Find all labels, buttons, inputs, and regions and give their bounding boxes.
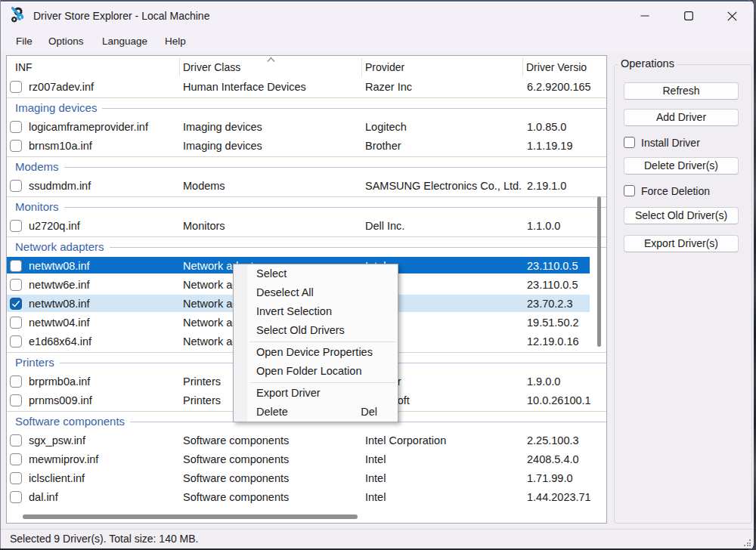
menu-shortcut: Del bbox=[361, 403, 377, 422]
cell-version: 12.19.0.16 bbox=[527, 332, 590, 351]
row-checkbox[interactable] bbox=[10, 491, 22, 503]
force-deletion-checkbox[interactable] bbox=[624, 185, 635, 196]
refresh-button[interactable]: Refresh bbox=[624, 82, 739, 100]
cell-inf: rz007adev.inf bbox=[29, 78, 180, 97]
cell-version: 19.51.50.2 bbox=[527, 314, 590, 332]
group-label: Network adapters bbox=[15, 237, 104, 257]
cell-inf: e1d68x64.inf bbox=[29, 332, 180, 351]
cell-inf: netwtw08.inf bbox=[29, 295, 180, 314]
row-checkbox[interactable] bbox=[10, 220, 22, 232]
cell-inf: brprmb0a.inf bbox=[29, 372, 180, 391]
column-separator bbox=[361, 58, 362, 76]
context-menu-item-select[interactable]: Select bbox=[234, 264, 398, 283]
row-checkbox[interactable] bbox=[10, 260, 22, 272]
install-driver-checkbox-label: Install Driver bbox=[641, 137, 700, 148]
column-header-driver-version[interactable]: Driver Version bbox=[526, 56, 587, 79]
force-deletion-checkbox-label: Force Deletion bbox=[641, 185, 710, 196]
cell-class: Imaging devices bbox=[183, 137, 364, 156]
resize-grip[interactable] bbox=[742, 538, 751, 546]
driver-row[interactable]: sgx_psw.infSoftware componentsIntel Corp… bbox=[7, 431, 590, 450]
app-window: Driver Store Explorer - Local Machine Fi… bbox=[0, 0, 754, 550]
install-driver-checkbox[interactable] bbox=[624, 137, 635, 148]
row-checkbox[interactable] bbox=[10, 453, 22, 465]
driver-row[interactable]: logicamframeprovider.infImaging devicesL… bbox=[7, 118, 590, 137]
context-menu-item-export-driver[interactable]: Export Driver bbox=[234, 384, 398, 403]
column-header-provider[interactable]: Provider bbox=[365, 56, 404, 79]
context-menu-item-delete[interactable]: DeleteDel bbox=[234, 403, 398, 422]
cell-version: 1.1.19.19 bbox=[527, 137, 590, 156]
row-checkbox-checked[interactable] bbox=[10, 298, 22, 310]
cell-class: Software components bbox=[183, 450, 364, 469]
window-left-border bbox=[0, 0, 1, 550]
cell-inf: netwtw6e.inf bbox=[29, 276, 180, 295]
column-header-driver-class[interactable]: Driver Class bbox=[183, 56, 240, 79]
add-driver-button[interactable]: Add Driver bbox=[624, 109, 739, 126]
cell-version: 23.110.0.5 bbox=[527, 257, 590, 276]
grip-dot bbox=[747, 542, 748, 544]
menu-file[interactable]: File bbox=[16, 30, 33, 53]
row-checkbox[interactable] bbox=[10, 472, 22, 484]
context-menu-item-open-device-properties[interactable]: Open Device Properties bbox=[234, 343, 398, 362]
context-menu-item-select-old-drivers[interactable]: Select Old Drivers bbox=[234, 321, 398, 340]
titlebar: Driver Store Explorer - Local Machine bbox=[0, 2, 754, 30]
cell-inf: netwtw08.inf bbox=[29, 257, 180, 276]
close-button[interactable] bbox=[714, 2, 749, 31]
row-checkbox[interactable] bbox=[10, 394, 22, 406]
group-header-line bbox=[102, 108, 606, 109]
row-checkbox[interactable] bbox=[10, 121, 22, 133]
group-header: Modems bbox=[7, 156, 606, 177]
group-header-line bbox=[110, 247, 606, 248]
context-menu-item-invert-selection[interactable]: Invert Selection bbox=[234, 302, 398, 321]
menu-language[interactable]: Language bbox=[102, 30, 147, 53]
operations-groupbox-label: Operations bbox=[618, 57, 677, 70]
cell-inf: prnms009.inf bbox=[29, 391, 180, 410]
cell-provider: Intel Corporation bbox=[365, 431, 526, 450]
driver-row[interactable]: mewmiprov.infSoftware componentsIntel240… bbox=[7, 450, 590, 469]
export-driver-s-button[interactable]: Export Driver(s) bbox=[624, 235, 739, 252]
minimize-icon bbox=[640, 11, 649, 20]
column-separator bbox=[522, 58, 523, 76]
driver-row[interactable]: ssudmdm.infModemsSAMSUNG Electronics Co.… bbox=[7, 177, 590, 196]
cell-provider: Intel bbox=[365, 488, 526, 507]
cell-class: Monitors bbox=[183, 217, 364, 236]
maximize-icon bbox=[684, 11, 693, 20]
context-menu-item-deselect-all[interactable]: Deselect All bbox=[234, 283, 398, 302]
cell-provider: Logitech bbox=[365, 118, 526, 137]
driver-row[interactable]: brnsm10a.infImaging devicesBrother1.1.19… bbox=[7, 137, 590, 156]
maximize-button[interactable] bbox=[671, 2, 706, 31]
delete-driver-s-button[interactable]: Delete Driver(s) bbox=[624, 157, 739, 175]
driver-row[interactable]: dal.infSoftware componentsIntel1.44.2023… bbox=[7, 488, 590, 507]
row-checkbox[interactable] bbox=[10, 81, 22, 93]
driver-row[interactable]: rz007adev.infHuman Interface DevicesRaze… bbox=[7, 78, 590, 97]
menu-help[interactable]: Help bbox=[165, 30, 186, 53]
group-header: Imaging devices bbox=[7, 97, 606, 118]
grip-dot bbox=[744, 545, 745, 546]
cell-version: 1.44.2023.71 bbox=[527, 488, 590, 507]
driver-row[interactable]: u2720q.infMonitorsDell Inc.1.1.0.0 bbox=[7, 217, 590, 236]
menu-options[interactable]: Options bbox=[48, 30, 84, 53]
close-icon bbox=[727, 11, 737, 21]
horizontal-scrollbar-thumb[interactable] bbox=[23, 514, 358, 519]
column-header-inf[interactable]: INF bbox=[15, 56, 33, 79]
minimize-button[interactable] bbox=[627, 2, 662, 31]
cell-version: 2.19.1.0 bbox=[527, 177, 590, 196]
row-checkbox[interactable] bbox=[10, 434, 22, 446]
cell-inf: brnsm10a.inf bbox=[29, 137, 180, 156]
group-separator-line bbox=[7, 196, 606, 197]
group-label: Modems bbox=[15, 157, 59, 177]
row-checkbox[interactable] bbox=[10, 317, 22, 329]
driver-row[interactable]: iclsclient.infSoftware componentsIntel1.… bbox=[7, 469, 590, 488]
row-checkbox[interactable] bbox=[10, 335, 22, 348]
row-checkbox[interactable] bbox=[10, 140, 22, 152]
vertical-scrollbar-thumb[interactable] bbox=[597, 196, 601, 347]
select-old-driver-s-button[interactable]: Select Old Driver(s) bbox=[624, 207, 739, 224]
cell-version: 23.70.2.3 bbox=[527, 295, 590, 314]
row-checkbox[interactable] bbox=[10, 375, 22, 388]
context-menu-item-open-folder-location[interactable]: Open Folder Location bbox=[234, 362, 398, 381]
window-title: Driver Store Explorer - Local Machine bbox=[33, 2, 209, 31]
cell-provider: Razer Inc bbox=[365, 78, 526, 97]
cell-inf: mewmiprov.inf bbox=[29, 450, 180, 469]
list-header: INF Driver Class Provider Driver Version bbox=[7, 56, 606, 79]
row-checkbox[interactable] bbox=[10, 279, 22, 291]
row-checkbox[interactable] bbox=[10, 180, 22, 192]
